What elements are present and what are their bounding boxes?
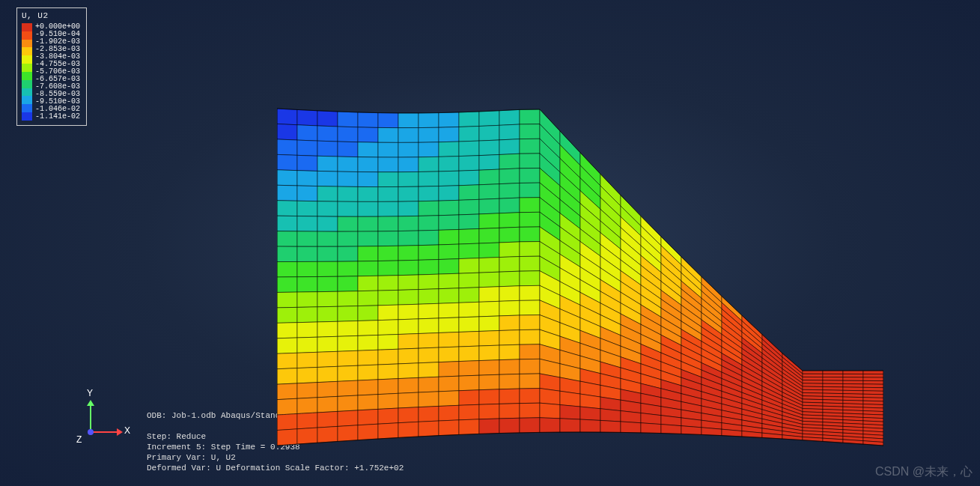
svg-marker-102 (520, 154, 540, 168)
svg-marker-100 (479, 154, 499, 170)
svg-marker-242 (317, 231, 338, 246)
svg-marker-178 (843, 387, 863, 391)
svg-marker-550 (479, 374, 499, 389)
svg-marker-647 (621, 422, 641, 433)
svg-marker-69 (459, 141, 479, 157)
svg-marker-513 (338, 365, 358, 381)
svg-marker-426 (398, 319, 419, 335)
svg-marker-2 (317, 111, 338, 127)
svg-marker-161 (499, 183, 520, 198)
svg-marker-451 (297, 337, 317, 353)
svg-marker-337 (419, 274, 439, 289)
svg-marker-541 (297, 383, 317, 399)
svg-marker-117 (823, 380, 843, 384)
svg-marker-340 (479, 272, 499, 288)
legend-swatch (22, 112, 32, 121)
svg-marker-338 (439, 273, 459, 289)
legend-swatch (22, 104, 32, 112)
svg-marker-244 (358, 231, 378, 246)
svg-marker-460 (479, 330, 499, 346)
svg-marker-484 (358, 350, 378, 365)
legend-swatch (22, 64, 32, 72)
svg-marker-151 (297, 186, 317, 201)
contour-legend: U, U2 +0.000e+00-9.510e-04-1.902e-03-2.8… (16, 7, 87, 126)
svg-marker-630 (277, 429, 297, 446)
svg-marker-280 (479, 243, 499, 258)
svg-marker-458 (439, 332, 459, 347)
svg-marker-310 (479, 258, 499, 273)
svg-marker-542 (317, 381, 338, 397)
svg-marker-546 (398, 377, 419, 393)
svg-marker-272 (317, 246, 338, 261)
primary-var-line: Primary Var: U, U2 (147, 452, 502, 463)
svg-marker-576 (398, 392, 419, 408)
svg-marker-185 (378, 201, 398, 216)
svg-marker-276 (398, 246, 419, 261)
svg-marker-62 (317, 141, 338, 157)
svg-marker-401 (499, 300, 520, 316)
svg-marker-126 (398, 171, 419, 186)
svg-marker-457 (419, 332, 439, 348)
svg-marker-30 (277, 124, 297, 140)
svg-marker-577 (419, 392, 439, 407)
svg-marker-180 (277, 201, 297, 216)
svg-marker-522 (520, 359, 540, 374)
contour-plot[interactable] (277, 105, 883, 449)
legend-swatch (22, 40, 32, 48)
svg-marker-72 (520, 139, 540, 154)
svg-marker-250 (479, 228, 499, 243)
svg-marker-214 (358, 216, 378, 231)
svg-marker-176 (803, 386, 823, 390)
svg-marker-391 (297, 307, 317, 323)
svg-marker-189 (459, 199, 479, 215)
svg-marker-60 (277, 139, 297, 155)
svg-marker-190 (479, 198, 499, 214)
svg-marker-3 (338, 112, 358, 127)
svg-marker-4 (358, 112, 378, 127)
svg-marker-427 (419, 318, 439, 334)
svg-marker-547 (419, 377, 439, 392)
svg-marker-91 (297, 155, 317, 171)
svg-marker-249 (459, 228, 479, 244)
svg-marker-64 (358, 142, 378, 157)
svg-marker-216 (398, 216, 419, 231)
svg-marker-429 (459, 317, 479, 332)
svg-marker-400 (479, 301, 499, 317)
svg-marker-122 (317, 171, 338, 186)
svg-marker-68 (439, 142, 459, 157)
svg-marker-211 (297, 216, 317, 231)
svg-marker-187 (419, 201, 439, 216)
svg-marker-279 (459, 243, 479, 259)
svg-marker-219 (459, 214, 479, 230)
svg-marker-584 (560, 391, 580, 407)
svg-marker-29 (863, 371, 883, 374)
svg-marker-459 (459, 331, 479, 347)
watermark: CSDN @未来，心 (875, 464, 973, 480)
svg-marker-360 (277, 292, 297, 308)
svg-marker-26 (803, 371, 823, 374)
svg-marker-610 (479, 404, 499, 419)
svg-marker-93 (338, 157, 358, 171)
svg-marker-424 (358, 321, 378, 336)
svg-marker-392 (317, 306, 338, 322)
svg-marker-490 (479, 345, 499, 361)
svg-marker-334 (358, 276, 378, 291)
svg-marker-331 (297, 277, 317, 293)
svg-marker-7 (419, 113, 439, 128)
svg-marker-181 (297, 201, 317, 216)
y-arrow-icon (87, 400, 94, 406)
svg-marker-649 (661, 425, 681, 434)
svg-marker-191 (499, 198, 520, 213)
svg-marker-27 (823, 371, 843, 374)
svg-marker-157 (419, 186, 439, 201)
svg-marker-127 (419, 171, 439, 186)
svg-marker-87 (823, 377, 843, 381)
svg-marker-221 (499, 213, 520, 228)
svg-marker-241 (297, 231, 317, 246)
svg-marker-551 (499, 374, 520, 389)
svg-marker-521 (499, 359, 520, 374)
svg-marker-632 (317, 426, 338, 443)
legend-value: -1.141e-02 (35, 113, 80, 121)
svg-marker-130 (479, 169, 499, 185)
svg-marker-282 (520, 242, 540, 257)
